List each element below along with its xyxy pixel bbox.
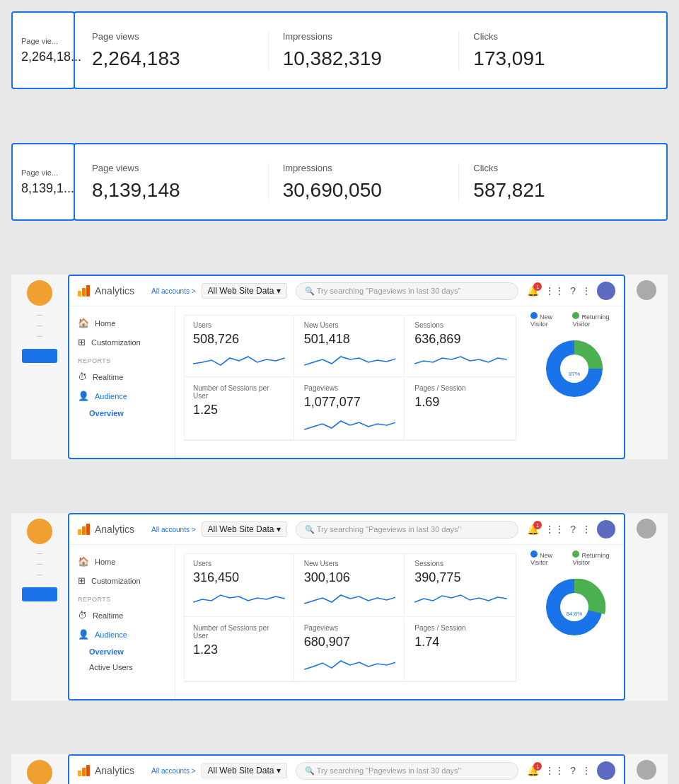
breadcrumb-2[interactable]: All accounts > [151,526,196,534]
property-dropdown-2[interactable]: All Web Site Data ▾ [202,521,287,537]
nav-audience-2[interactable]: 👤 Audience [69,625,175,644]
analytics-content-2: Users 316,450 New Users 300,106 [175,545,525,699]
property-dropdown-3[interactable]: All Web Site Data ▾ [202,763,287,778]
analytics-main-3: Analytics All accounts > All Web Site Da… [68,754,625,784]
user-avatar-2[interactable] [597,520,615,538]
analytics-section-1: — — — Analytics All accounts > All Web S… [11,275,668,459]
nav-realtime-2[interactable]: ⏱ Realtime [69,606,175,625]
metric-sessions-1: Sessions 636,869 [406,316,516,377]
metric-pv-chart-1 [304,413,396,434]
nav-audience-1[interactable]: 👤 Audience [69,386,175,405]
analytics-left-peek-1: — — — [11,275,68,459]
help-icon-3[interactable]: ? [570,765,576,776]
metric-newusers-label-1: New Users [304,321,396,329]
property-dropdown-1[interactable]: All Web Site Data ▾ [202,283,287,299]
customization-icon-1: ⊞ [78,337,86,347]
nav-home-2[interactable]: 🏠 Home [69,552,175,571]
pie-legend-1: New Visitor Returning Visitor [530,312,618,328]
grid-icon-3[interactable]: ⋮⋮ [545,765,564,776]
nav-home-1[interactable]: 🏠 Home [69,313,175,333]
stat-value-clicks-1: 173,091 [473,47,635,70]
analytics-section-3: — — — Analytics All accounts > All Web S… [11,754,668,784]
pie-chart-2: 84.8% 15.2% [539,572,610,642]
pie-area-2: New Visitor Returning Visitor 84.8% 15.2… [525,545,624,699]
notif-badge-2: 1 [533,521,542,529]
stats-section-1: Page vie... 2,264,18... Page views 2,264… [11,11,668,89]
stat-value-clicks-2: 587,821 [473,179,635,202]
stat-value-pageviews-2: 8,139,148 [92,179,254,202]
left-avatar-3 [27,760,52,784]
more-icon-2[interactable]: ⋮ [581,524,591,535]
analytics-logo-2: Analytics [78,524,146,535]
stats-card-2: Page views 8,139,148 Impressions 30,690,… [74,143,668,221]
logo-bar-orange-3 [82,768,86,776]
user-avatar-1[interactable] [597,282,615,300]
grid-icon-2[interactable]: ⋮⋮ [545,524,564,535]
metric-pv-label-1: Pageviews [304,384,396,392]
nav-customization-1[interactable]: ⊞ Customization [69,333,175,352]
stats-section-2: Page vie... 8,139,1... Page views 8,139,… [11,143,668,221]
logo-bars-1 [78,285,91,296]
analytics-right-peek-2 [625,513,668,701]
logo-bars-3 [78,765,91,776]
nav-realtime-1[interactable]: ⏱ Realtime [69,367,175,386]
new-visitor-dot-1 [530,312,538,319]
analytics-body-2: 🏠 Home ⊞ Customization REPORTS ⏱ Realtim… [69,545,624,699]
logo-bar-orange [82,288,86,296]
stat-impressions-1: Impressions 10,382,319 [269,31,460,70]
new-visitor-dot-2 [530,550,538,558]
search-bar-1[interactable]: 🔍 Try searching "Pageviews in last 30 da… [296,282,518,300]
more-icon-1[interactable]: ⋮ [581,285,591,296]
stats-card-1: Page views 2,264,183 Impressions 10,382,… [74,11,668,89]
nav-active-users-2[interactable]: Active Users [69,659,175,675]
analytics-logo-1: Analytics [78,285,146,296]
metric-sessions-value-1: 636,869 [414,332,507,347]
search-icon-3: 🔍 [305,766,315,776]
nav-customization-2[interactable]: ⊞ Customization [69,571,175,590]
search-bar-2[interactable]: 🔍 Try searching "Pageviews in last 30 da… [296,521,518,538]
nav-overview-2[interactable]: Overview [69,644,175,659]
breadcrumb-3[interactable]: All accounts > [151,767,196,775]
analytics-sidebar-2: 🏠 Home ⊞ Customization REPORTS ⏱ Realtim… [69,545,175,699]
analytics-content-1: Users 508,726 New Users 501,418 [175,306,525,458]
analytics-section-2: — — — Analytics All accounts > All Web S… [11,513,668,701]
analytics-header-3: Analytics All accounts > All Web Site Da… [69,756,624,784]
metric-ps-label-1: Pages / Session [414,384,507,392]
help-icon-2[interactable]: ? [570,524,576,535]
sparkline-newusers-2 [304,588,396,608]
notification-icon-1[interactable]: 🔔1 [527,285,539,296]
sparkline-pv-2 [304,652,396,672]
peek-value-2: 8,139,1... [21,181,65,196]
nav-home-label-1: Home [95,319,115,328]
peek-label-1: Page vie... [21,37,65,45]
nav-realtime-label-2: Realtime [93,611,123,620]
metric-users-label-1: Users [193,321,285,329]
nav-realtime-label-1: Realtime [93,373,123,381]
search-placeholder-2: Try searching "Pageviews in last 30 days… [317,525,461,534]
stat-impressions-2: Impressions 30,690,050 [269,163,460,202]
help-icon-1[interactable]: ? [570,285,576,296]
right-avatar-1 [637,280,656,300]
metric-pv-2: Pageviews 680,907 [296,618,405,681]
search-icon-2: 🔍 [305,525,315,534]
nav-overview-1[interactable]: Overview [69,405,175,421]
notif-badge-1: 1 [533,282,542,291]
stat-clicks-1: Clicks 173,091 [459,31,649,70]
home-icon-2: 🏠 [78,556,89,567]
peek-value-1: 2,264,18... [21,50,65,64]
svg-text:13%: 13% [585,354,595,359]
more-icon-3[interactable]: ⋮ [581,765,591,776]
stat-value-impressions-2: 30,690,050 [283,179,445,202]
returning-visitor-dot-1 [572,312,579,319]
logo-bar-red-3 [86,765,90,776]
user-avatar-3[interactable] [597,761,615,780]
notification-icon-2[interactable]: 🔔1 [527,524,539,535]
grid-icon-1[interactable]: ⋮⋮ [545,285,564,296]
metric-users-2: Users 316,450 [185,554,294,617]
search-bar-3[interactable]: 🔍 Try searching "Pageviews in last 30 da… [296,762,518,780]
stats-peek-2: Page vie... 8,139,1... [11,143,75,221]
metric-spu-value-1: 1.25 [193,403,285,417]
notification-icon-3[interactable]: 🔔1 [527,765,539,776]
search-placeholder-3: Try searching "Pageviews in last 30 days… [317,766,461,775]
breadcrumb-1[interactable]: All accounts > [151,287,196,295]
